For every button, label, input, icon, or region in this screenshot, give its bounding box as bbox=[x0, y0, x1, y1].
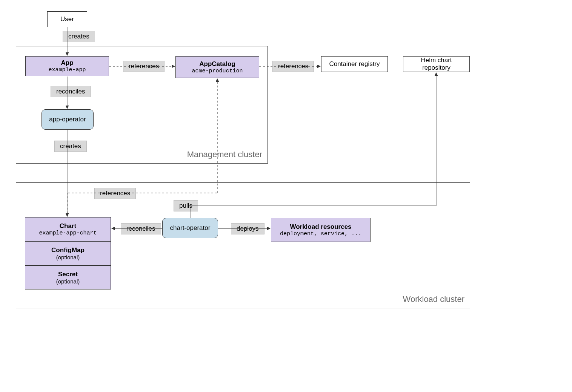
appcatalog-sub: acme-production bbox=[180, 68, 255, 74]
references-label-1: references bbox=[123, 61, 165, 72]
pulls-label: pulls bbox=[174, 200, 198, 211]
workload-resources-box: Workload resources deployment, service, … bbox=[271, 218, 371, 242]
reconciles-label-1: reconciles bbox=[51, 86, 91, 97]
secret-title: Secret bbox=[29, 271, 107, 278]
app-operator-box: app-operator bbox=[42, 109, 94, 130]
creates-label-1: creates bbox=[63, 31, 95, 42]
secret-box: Secret (optional) bbox=[25, 265, 111, 289]
user-box: User bbox=[47, 11, 87, 27]
chart-operator-label: chart-operator bbox=[166, 224, 214, 232]
appcatalog-box: AppCatalog acme-production bbox=[175, 56, 259, 78]
user-label: User bbox=[51, 15, 83, 23]
appcatalog-title: AppCatalog bbox=[180, 60, 255, 68]
helm-repo-box: Helm chart repository bbox=[403, 56, 470, 72]
reconciles-label-2: reconciles bbox=[121, 223, 161, 234]
secret-sub: (optional) bbox=[29, 278, 107, 285]
references-label-2: references bbox=[272, 61, 314, 72]
chart-title: Chart bbox=[29, 222, 107, 230]
app-box: App example-app bbox=[25, 56, 109, 76]
deploys-label: deploys bbox=[231, 223, 264, 234]
chart-sub: example-app-chart bbox=[29, 230, 107, 236]
chart-operator-box: chart-operator bbox=[162, 218, 218, 238]
workload-title: Workload resources bbox=[275, 223, 366, 231]
helm-repo-label: Helm chart repository bbox=[407, 57, 466, 72]
app-operator-label: app-operator bbox=[46, 116, 89, 123]
chart-box: Chart example-app-chart bbox=[25, 217, 111, 241]
references-label-3: references bbox=[94, 188, 136, 199]
workload-sub: deployment, service, ... bbox=[275, 231, 366, 237]
app-title: App bbox=[29, 59, 105, 67]
app-sub: example-app bbox=[29, 67, 105, 73]
configmap-title: ConfigMap bbox=[29, 247, 107, 254]
container-registry-box: Container registry bbox=[321, 56, 388, 72]
workload-cluster-label: Workload cluster bbox=[403, 294, 464, 304]
management-cluster-label: Management cluster bbox=[187, 150, 262, 159]
configmap-box: ConfigMap (optional) bbox=[25, 241, 111, 265]
configmap-sub: (optional) bbox=[29, 254, 107, 260]
container-registry-label: Container registry bbox=[325, 60, 384, 68]
creates-label-2: creates bbox=[54, 141, 87, 152]
